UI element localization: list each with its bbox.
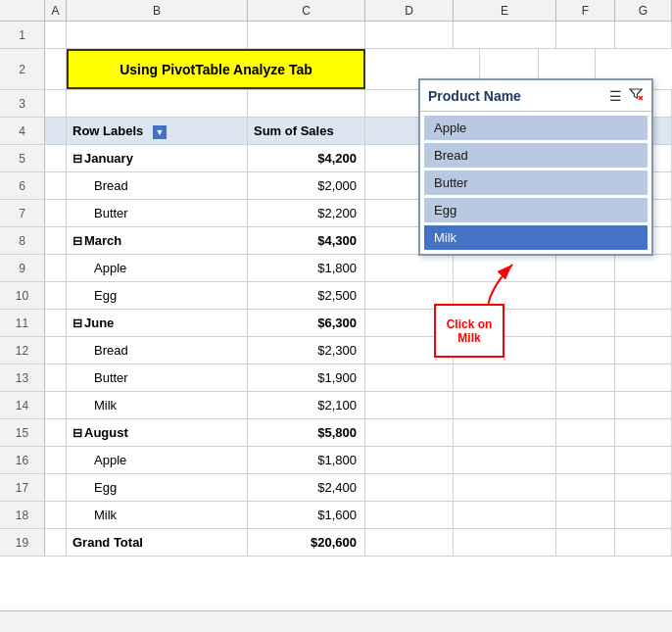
table-row: 14 Milk $2,100 [0, 392, 672, 419]
bread-jan: Bread [67, 172, 248, 199]
egg-aug: Egg [67, 474, 248, 501]
col-header-b: B [67, 0, 248, 21]
corner-cell [0, 0, 45, 21]
sum-of-sales-header: Sum of Sales [248, 118, 365, 144]
milk-jun: Milk [67, 392, 248, 418]
column-headers: A B C D E F G [0, 0, 672, 22]
bread-jun: Bread [67, 337, 248, 364]
egg-mar: Egg [67, 282, 248, 309]
table-row: 17 Egg $2,400 [0, 474, 672, 502]
slicer-panel[interactable]: Product Name ☰ Apple Bread Butter Egg Mi… [418, 78, 653, 256]
table-row: 11 ⊟June $6,300 [0, 310, 672, 337]
apple-mar: Apple [67, 255, 248, 281]
table-row: 15 ⊟August $5,800 [0, 419, 672, 447]
slicer-item-apple[interactable]: Apple [424, 116, 648, 140]
dropdown-icon[interactable]: ▼ [153, 125, 167, 139]
annotation-text: Click on Milk [447, 317, 493, 345]
june-total: $6,300 [248, 310, 365, 336]
group-march: ⊟March [67, 227, 248, 254]
january-total: $4,200 [248, 145, 365, 171]
table-row: 10 Egg $2,500 [0, 282, 672, 310]
sheet-tabs [0, 610, 672, 632]
grand-total-row: 19 Grand Total $20,600 [0, 529, 672, 557]
table-row: 13 Butter $1,900 [0, 365, 672, 392]
clear-filter-icon[interactable] [628, 86, 644, 105]
grand-total-label: Grand Total [67, 529, 248, 556]
slicer-icon-group: ☰ [609, 86, 644, 105]
table-row: 18 Milk $1,600 [0, 502, 672, 529]
butter-jan: Butter [67, 200, 248, 226]
slicer-header: Product Name ☰ [420, 80, 651, 112]
spreadsheet-title: Using PivotTable Analyze Tab [67, 49, 365, 89]
slicer-item-milk[interactable]: Milk [424, 225, 648, 250]
col-header-d: D [365, 0, 454, 21]
table-row: 16 Apple $1,800 [0, 447, 672, 474]
slicer-title: Product Name [428, 88, 521, 104]
milk-aug: Milk [67, 502, 248, 528]
col-header-a: A [45, 0, 67, 21]
slicer-item-egg[interactable]: Egg [424, 198, 648, 222]
row-labels-text: Row Labels [72, 123, 143, 138]
multi-select-icon[interactable]: ☰ [609, 88, 622, 104]
slicer-item-butter[interactable]: Butter [424, 170, 648, 195]
march-total: $4,300 [248, 227, 365, 254]
spreadsheet: A B C D E F G 1 2 Using PivotTable Analy… [0, 0, 672, 632]
row-labels-header: Row Labels ▼ [67, 118, 248, 144]
annotation-box: Click on Milk [434, 304, 504, 358]
col-header-f: F [556, 0, 615, 21]
group-june: ⊟June [67, 310, 248, 336]
table-row: 9 Apple $1,800 [0, 255, 672, 282]
col-header-e: E [454, 0, 556, 21]
grand-total-value: $20,600 [248, 529, 365, 556]
col-header-c: C [248, 0, 365, 21]
slicer-item-bread[interactable]: Bread [424, 143, 648, 168]
butter-jun: Butter [67, 365, 248, 391]
slicer-items: Apple Bread Butter Egg Milk [420, 112, 651, 254]
col-header-g: G [615, 0, 672, 21]
table-row: 1 [0, 22, 672, 49]
table-row: 12 Bread $2,300 [0, 337, 672, 365]
august-total: $5,800 [248, 419, 365, 446]
apple-aug: Apple [67, 447, 248, 473]
group-august: ⊟August [67, 419, 248, 446]
group-january: ⊟January [67, 145, 248, 171]
